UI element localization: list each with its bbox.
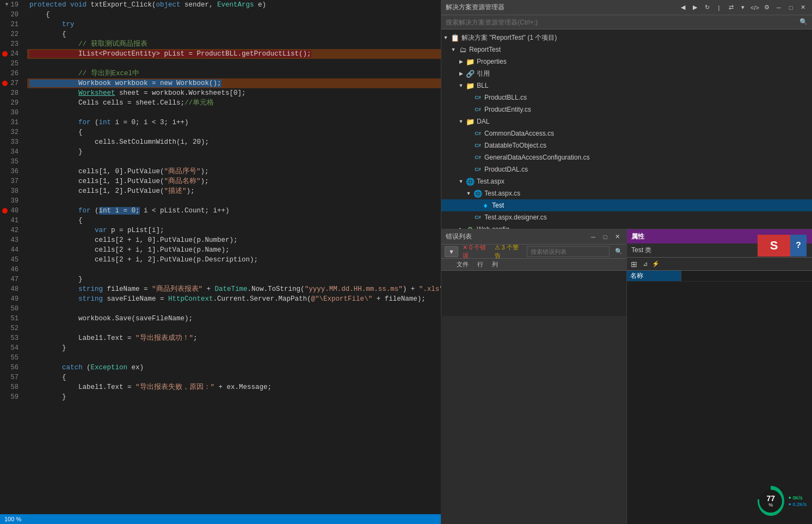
error-table-header: 文件 行 列 bbox=[441, 259, 626, 271]
error-search-btn[interactable]: 🔍 bbox=[614, 247, 623, 257]
tree-icon-testaspxcs: 🌐 bbox=[473, 190, 483, 198]
more-btn[interactable]: ▾ bbox=[738, 3, 748, 13]
tree-item-properties[interactable]: ▶📁Properties bbox=[441, 56, 812, 68]
token: p = pList[i]; bbox=[107, 227, 164, 234]
code-btn[interactable]: </> bbox=[750, 3, 760, 13]
highlighted-token: IList<ProductEntity> pList = ProductBLL.… bbox=[29, 50, 311, 58]
token: ".xls" bbox=[419, 285, 441, 293]
error-close-btn[interactable]: ✕ bbox=[612, 232, 622, 242]
breakpoint-27[interactable] bbox=[2, 81, 8, 86]
nav-back-btn[interactable]: ◀ bbox=[678, 3, 688, 13]
tree-arrow-references[interactable]: ▶ bbox=[457, 71, 465, 76]
code-line-19: protected void txtExport_Click(object se… bbox=[27, 0, 441, 10]
token: "商品列表报表" bbox=[152, 285, 202, 293]
tree-item-dal[interactable]: ▼📁DAL bbox=[441, 115, 812, 127]
token: cells[1, 0].PutValue( bbox=[29, 168, 164, 175]
sync-btn[interactable]: ⇄ bbox=[726, 3, 736, 13]
tree-item-testaspxcs[interactable]: ▼🌐Test.aspx.cs bbox=[441, 187, 812, 199]
tree-arrow-project[interactable]: ▼ bbox=[449, 47, 458, 52]
error-search-input[interactable] bbox=[527, 246, 610, 257]
line-num-text-38: 38 bbox=[11, 186, 19, 196]
line-number-52: 52 bbox=[0, 324, 23, 333]
error-count: ✕ 0 个错误 bbox=[463, 243, 490, 260]
settings-btn[interactable]: ⚙ bbox=[762, 3, 772, 13]
error-filter-toolbar: ▼ ✕ 0 个错误 ⚠ 3 个警告 🔍 bbox=[441, 245, 626, 259]
tree-arrow-testaspx[interactable]: ▼ bbox=[457, 179, 465, 184]
code-line-59: } bbox=[27, 392, 441, 402]
tree-item-commondataaccess[interactable]: C#CommonDataAccess.cs bbox=[441, 127, 812, 139]
close-se-btn[interactable]: ✕ bbox=[798, 3, 808, 13]
tree-item-project[interactable]: ▼🗂ReportTest bbox=[441, 44, 812, 56]
tree-icon-generaldataaccess: C# bbox=[473, 155, 483, 160]
breakpoint-empty-31 bbox=[3, 120, 9, 125]
line-num-text-39: 39 bbox=[11, 196, 19, 206]
line-num-text-42: 42 bbox=[11, 226, 19, 235]
tree-item-productentity[interactable]: C#ProductEntity.cs bbox=[441, 103, 812, 115]
line-num-text-43: 43 bbox=[11, 235, 19, 245]
token: ); bbox=[201, 178, 209, 185]
line-number-40: 40 bbox=[0, 206, 23, 216]
tree-item-bll[interactable]: ▼📁BLL bbox=[441, 80, 812, 92]
prop-event-btn[interactable]: ⚡ bbox=[651, 259, 661, 269]
token: + bbox=[202, 285, 215, 293]
token: catch bbox=[62, 364, 83, 371]
prop-sort-btn[interactable]: ⊿ bbox=[640, 259, 650, 269]
token: ( bbox=[83, 364, 91, 371]
search-icon: 🔍 bbox=[799, 18, 808, 26]
tree-item-testaspxdesigner[interactable]: C#Test.aspx.designer.cs bbox=[441, 211, 812, 223]
filter-dropdown-btn[interactable]: ▼ bbox=[445, 246, 458, 257]
refresh-btn[interactable]: ↻ bbox=[702, 3, 712, 13]
tree-arrow-dal[interactable]: ▼ bbox=[457, 119, 465, 124]
collapse-arrow-19[interactable]: ▼ bbox=[5, 0, 9, 10]
token: + ex.Message; bbox=[214, 383, 272, 391]
tree-arrow-bll[interactable]: ▼ bbox=[457, 83, 465, 88]
breakpoint-empty-54 bbox=[3, 345, 9, 351]
code-line-53: Label1.Text = "导出报表成功！"; bbox=[27, 333, 441, 343]
tree-item-generaldataaccess[interactable]: C#GeneralDataAccessConfiguration.cs bbox=[441, 151, 812, 163]
tree-item-test[interactable]: ♦Test bbox=[441, 199, 812, 211]
tree-item-datatabletobject[interactable]: C#DatatableToObject.cs bbox=[441, 139, 812, 151]
breakpoint-empty-39 bbox=[3, 198, 9, 204]
tree-icon-productentity: C# bbox=[473, 107, 483, 112]
code-line-44: cells[2 + i, 1].PutValue(p.Name); bbox=[27, 245, 441, 255]
error-minimize-btn[interactable]: ─ bbox=[588, 232, 598, 242]
error-maximize-btn[interactable]: □ bbox=[600, 232, 610, 242]
minimize-btn[interactable]: ─ bbox=[774, 3, 784, 13]
tree-item-productbll[interactable]: C#ProductBLL.cs bbox=[441, 92, 812, 103]
tree-arrow-solution[interactable]: ▼ bbox=[441, 35, 450, 40]
tree-icon-test: ♦ bbox=[481, 201, 490, 210]
token: i = 0; i < 3; i++) bbox=[111, 119, 189, 126]
line-number-54: 54 bbox=[0, 343, 23, 353]
maximize-btn[interactable]: □ bbox=[786, 3, 796, 13]
token bbox=[29, 207, 78, 215]
token: { bbox=[29, 374, 66, 381]
token: { bbox=[29, 217, 83, 224]
highlighted-token-2: Workbook workbook = new Workbook(); bbox=[29, 80, 222, 87]
tree-label-testaspx: Test.aspx bbox=[477, 178, 505, 185]
tree-item-references[interactable]: ▶🔗引用 bbox=[441, 68, 812, 80]
code-line-24: IList<ProductEntity> pList = ProductBLL.… bbox=[27, 49, 441, 59]
tree-item-solution[interactable]: ▼📋解决方案 "ReportTest" (1 个项目) bbox=[441, 32, 812, 44]
line-num-text-31: 31 bbox=[11, 118, 19, 127]
tree-arrow-testaspxcs[interactable]: ▼ bbox=[464, 191, 473, 196]
nav-forward-btn[interactable]: ▶ bbox=[690, 3, 700, 13]
solution-search-input[interactable] bbox=[446, 19, 799, 26]
solution-tree: ▼📋解决方案 "ReportTest" (1 个项目)▼🗂ReportTest▶… bbox=[441, 29, 812, 229]
tree-item-productdal[interactable]: C#ProductDAL.cs bbox=[441, 163, 812, 175]
code-line-57: { bbox=[27, 373, 441, 382]
token: cells.SetColumnWidth(i, 20); bbox=[29, 138, 209, 146]
tree-arrow-properties[interactable]: ▶ bbox=[457, 59, 465, 64]
line-num-text-37: 37 bbox=[11, 176, 19, 186]
breakpoint-40[interactable] bbox=[2, 208, 8, 214]
prop-grid-btn[interactable]: ⊞ bbox=[629, 259, 639, 269]
tree-label-testaspxcs: Test.aspx.cs bbox=[484, 190, 520, 197]
solution-explorer: 解决方案资源管理器 ◀ ▶ ↻ | ⇄ ▾ </> ⚙ ─ □ ✕ 🔍 ▼📋解决… bbox=[441, 0, 812, 229]
tree-item-webconfig[interactable]: ▶⚙Web.config bbox=[441, 223, 812, 229]
code-content[interactable]: protected void txtExport_Click(object se… bbox=[27, 0, 441, 524]
tree-item-testaspx[interactable]: ▼🌐Test.aspx bbox=[441, 175, 812, 187]
warning-count: ⚠ 3 个警告 bbox=[495, 243, 523, 260]
breakpoint-24[interactable] bbox=[2, 51, 8, 57]
token bbox=[29, 295, 78, 303]
inline-highlight: int i = 0; bbox=[99, 207, 140, 215]
token: string bbox=[78, 295, 103, 303]
